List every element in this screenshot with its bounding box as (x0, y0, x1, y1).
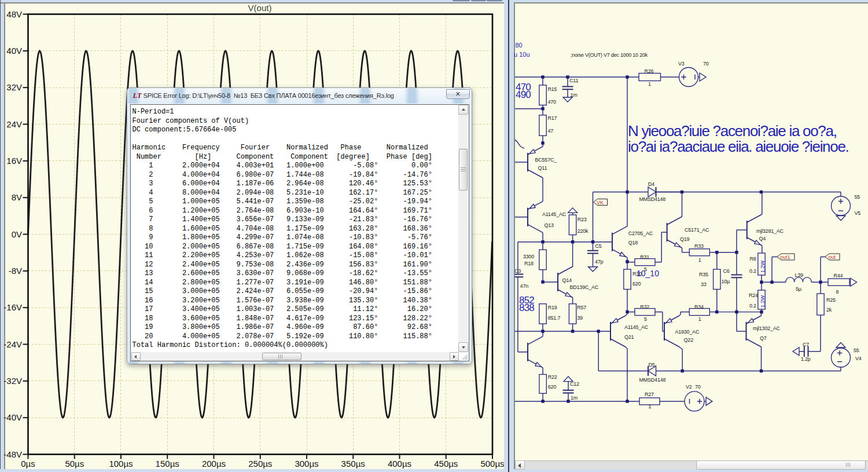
svg-text:3300: 3300 (523, 254, 534, 259)
svg-text:BD139C_AC: BD139C_AC (570, 284, 599, 290)
svg-text:48V: 48V (6, 9, 22, 19)
svg-text:C6: C6 (723, 268, 730, 274)
svg-text:8: 8 (836, 289, 839, 295)
svg-text:10µ: 10µ (722, 279, 730, 284)
svg-text:5µ: 5µ (796, 286, 801, 292)
svg-text:R23: R23 (578, 217, 587, 222)
svg-text:32V: 32V (6, 82, 22, 92)
svg-text:620: 620 (632, 281, 641, 287)
svg-text:R34: R34 (694, 304, 704, 310)
svg-text:D4: D4 (648, 181, 654, 187)
svg-text:out: out (829, 254, 836, 260)
svg-text:33: 33 (701, 281, 707, 287)
svg-text:300µs: 300µs (295, 459, 318, 469)
svg-text:V3: V3 (678, 61, 685, 67)
svg-text:1: 1 (698, 257, 701, 263)
svg-text:39: 39 (577, 315, 583, 321)
svg-text:C5171_AC: C5171_AC (685, 227, 709, 233)
svg-text:0V: 0V (12, 229, 22, 239)
svg-text:8V: 8V (12, 192, 22, 202)
svg-text:1.2W: 1.2W (760, 260, 766, 273)
svg-text:100µs: 100µs (109, 459, 133, 469)
svg-text:R27: R27 (645, 391, 654, 397)
svg-text:1m: 1m (571, 92, 578, 98)
svg-text:A1930_AC: A1930_AC (675, 329, 699, 335)
svg-text:50µs: 50µs (65, 459, 84, 469)
svg-text:Q21: Q21 (624, 334, 634, 340)
svg-text:47: 47 (547, 128, 553, 134)
svg-text:150µs: 150µs (156, 459, 179, 469)
svg-text:out1: out1 (780, 254, 790, 260)
svg-text:C11: C11 (569, 78, 578, 83)
svg-text:5: 5 (644, 316, 647, 322)
svg-text:47n: 47n (520, 283, 529, 289)
svg-text:-24V: -24V (3, 339, 22, 349)
svg-text:;noise V(OUT) V7 dec 1000 10 2: ;noise V(OUT) V7 dec 1000 10 20k (571, 52, 648, 58)
svg-text:C12: C12 (570, 381, 579, 387)
svg-text:-32V: -32V (3, 376, 22, 386)
svg-text:R32: R32 (640, 304, 649, 310)
svg-text:Q19: Q19 (680, 236, 690, 242)
svg-text:R33: R33 (694, 243, 704, 249)
svg-text:R15: R15 (547, 86, 557, 92)
svg-text:16V: 16V (6, 156, 22, 166)
svg-text:V(out): V(out) (248, 3, 272, 13)
svg-text:A1145_AC: A1145_AC (624, 324, 649, 330)
svg-text:Q14: Q14 (562, 277, 572, 283)
svg-text:MMSD4148: MMSD4148 (639, 377, 666, 383)
svg-text:mjl1302_AC: mjl1302_AC (753, 325, 781, 331)
svg-text:500µs: 500µs (480, 459, 504, 469)
svg-text:V5: V5 (855, 210, 861, 216)
svg-text:1: 1 (649, 404, 652, 409)
svg-text:0.2: 0.2 (749, 303, 756, 309)
svg-text:V2: V2 (686, 384, 692, 390)
svg-text:350µs: 350µs (341, 459, 365, 469)
svg-text:R57: R57 (577, 305, 586, 310)
svg-text:C3: C3 (514, 268, 521, 274)
svg-text:620: 620 (548, 384, 557, 390)
svg-text:-16V: -16V (3, 302, 22, 312)
svg-text:BC557C_: BC557C_ (535, 157, 558, 163)
svg-text:R31: R31 (640, 254, 649, 260)
svg-text:450µs: 450µs (434, 459, 458, 469)
svg-text:R25: R25 (826, 297, 836, 303)
svg-text:R17: R17 (547, 115, 557, 121)
svg-text:200µs: 200µs (202, 459, 226, 469)
svg-text:70: 70 (703, 61, 709, 67)
svg-text:250µs: 250µs (248, 459, 272, 469)
svg-text:R8: R8 (750, 256, 756, 262)
svg-text:-48V: -48V (3, 449, 22, 459)
svg-text:1: 1 (698, 316, 701, 322)
svg-text:Q22: Q22 (684, 337, 694, 343)
svg-text:55: 55 (855, 194, 860, 200)
svg-text:1.2W: 1.2W (760, 295, 766, 308)
svg-text:2k: 2k (826, 307, 832, 313)
svg-text:Q13: Q13 (545, 222, 554, 228)
svg-text:R44: R44 (834, 273, 843, 279)
svg-text:-40V: -40V (3, 412, 22, 422)
svg-text:V4: V4 (855, 356, 862, 361)
svg-text:C2705_AC: C2705_AC (628, 230, 653, 236)
svg-text:400µs: 400µs (388, 459, 411, 469)
svg-text:R35: R35 (699, 272, 708, 277)
svg-text:1m: 1m (571, 395, 578, 401)
svg-text:40V: 40V (6, 46, 22, 56)
svg-text:R22: R22 (548, 374, 557, 380)
svg-text:C7: C7 (803, 342, 809, 347)
svg-text:Q11: Q11 (538, 165, 547, 171)
svg-text:R26: R26 (645, 68, 654, 74)
svg-text:VK: VK (597, 200, 604, 206)
svg-text:470: 470 (547, 99, 556, 105)
svg-text:R24: R24 (749, 292, 758, 298)
svg-text:C5: C5 (595, 243, 602, 249)
svg-text:A1145_AC: A1145_AC (542, 211, 567, 217)
svg-text:70: 70 (695, 384, 701, 390)
svg-text:220k: 220k (578, 228, 589, 234)
svg-text:1.2p: 1.2p (801, 356, 811, 362)
svg-text:R19: R19 (548, 305, 557, 310)
svg-text:851.7: 851.7 (548, 315, 561, 321)
svg-text:R18: R18 (524, 261, 534, 266)
svg-text:Q7: Q7 (760, 335, 767, 341)
svg-text:D5: D5 (649, 362, 655, 368)
svg-text:Q18: Q18 (628, 240, 638, 246)
